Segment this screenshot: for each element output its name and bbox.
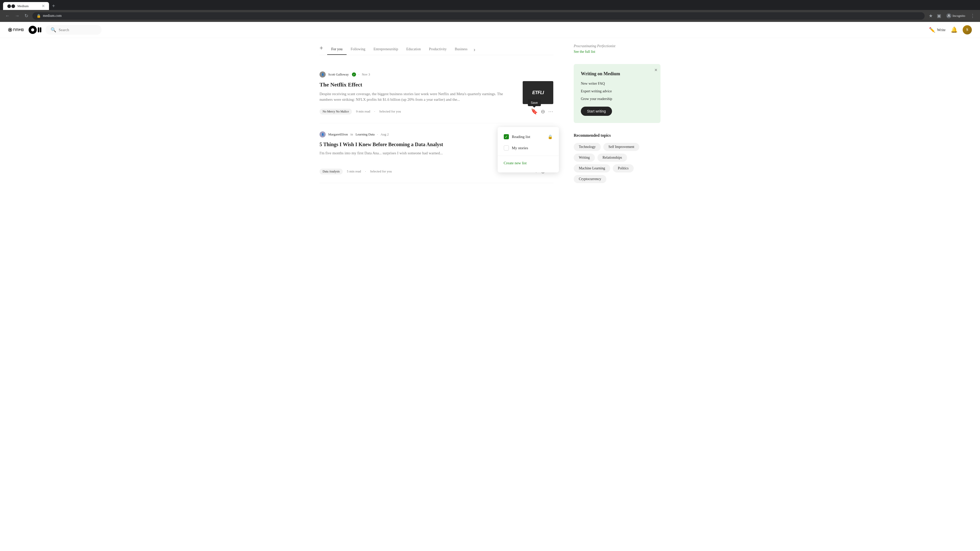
user-avatar[interactable]: S (963, 25, 972, 35)
more-button[interactable]: ⋮ (969, 12, 976, 20)
tab-entrepreneurship[interactable]: Entrepreneurship (369, 44, 402, 55)
dot-separator-1: · (374, 110, 375, 114)
tab-close-button[interactable]: ✕ (41, 3, 45, 8)
reading-list-truncated-title: Procrastinating Perfectionist (574, 44, 660, 48)
author-date-1: · (359, 73, 360, 76)
article-actions-1: 🔖 Save ✓ Reading list 🔒 (531, 108, 553, 115)
svg-point-0 (948, 14, 950, 16)
tab-productivity[interactable]: Productivity (425, 44, 451, 55)
tab-education[interactable]: Education (402, 44, 425, 55)
medium-app: 🔍 Search ✏️ Write 🔔 S + For you Followin… (0, 22, 980, 551)
tab-following[interactable]: Following (347, 44, 369, 55)
split-view-button[interactable]: ▣ (936, 12, 942, 20)
save-tooltip: Save (528, 100, 541, 106)
article-title-1[interactable]: The Netflix Effect (320, 81, 517, 89)
medium-sidebar: Procrastinating Perfectionist See the fu… (574, 44, 660, 193)
medium-logo[interactable] (8, 26, 24, 34)
new-writer-faq-link[interactable]: New writer FAQ (581, 82, 653, 86)
my-stories-label: My stories (512, 146, 553, 150)
medium-logo-simple[interactable] (29, 26, 41, 34)
search-bar[interactable]: 🔍 Search (45, 25, 102, 35)
dropdown-divider (498, 156, 559, 156)
back-button[interactable]: ← (4, 12, 11, 20)
add-topic-button[interactable]: + (320, 44, 327, 55)
author-publication-2[interactable]: Learning Data (355, 132, 375, 137)
incognito-indicator: Incognito (944, 12, 967, 19)
article-footer-1: No Mercy No Malice 9 min read · Selected… (320, 108, 553, 115)
netflix-logo: ETFLI (532, 90, 544, 95)
article-feed: + For you Following Entrepreneurship Edu… (320, 44, 553, 193)
browser-chrome: ⬤⬤ Medium ✕ + (0, 0, 980, 10)
save-wrapper: 🔖 Save ✓ Reading list 🔒 (531, 108, 538, 115)
notifications-button[interactable]: 🔔 (951, 27, 958, 33)
topic-technology[interactable]: Technology (574, 143, 601, 151)
forward-button[interactable]: → (14, 12, 21, 20)
browser-active-tab[interactable]: ⬤⬤ Medium ✕ (3, 2, 49, 10)
article-tag-2[interactable]: Data Analysis (320, 168, 343, 175)
topic-politics[interactable]: Politics (613, 164, 634, 172)
url-text: medium.com (43, 14, 62, 18)
hide-button-1[interactable]: ⊖ (541, 108, 545, 114)
my-stories-checkbox (504, 145, 509, 151)
read-time-1: 9 min read (356, 110, 370, 114)
topic-relationships[interactable]: Relationships (597, 154, 627, 162)
topic-self-improvement[interactable]: Self Improvement (603, 143, 639, 151)
write-button[interactable]: ✏️ Write (929, 27, 945, 33)
close-writing-card-button[interactable]: × (654, 67, 657, 73)
article-content-1: The Netflix Effect Despite receiving sca… (320, 81, 553, 104)
svg-rect-15 (23, 29, 24, 31)
topic-cryptocurrency[interactable]: Cryptocurrency (574, 175, 606, 183)
author-name-2[interactable]: MargaretEfron (328, 132, 348, 137)
reading-list-option[interactable]: ✓ Reading list 🔒 (498, 131, 559, 142)
bookmark-button[interactable]: ★ (928, 12, 934, 20)
recommended-topics-title: Recommended topics (574, 133, 660, 138)
author-avatar-2: 👤 (320, 131, 326, 138)
svg-rect-14 (22, 30, 23, 31)
writing-card-title: Writing on Medium (581, 71, 653, 76)
my-stories-option[interactable]: My stories (498, 142, 559, 154)
article-text-2: 5 Things I Wish I Knew Before Becoming a… (320, 141, 517, 156)
search-label: Search (59, 28, 69, 32)
article-tag-1[interactable]: No Mercy No Malice (320, 109, 352, 114)
url-bar[interactable]: 🔒 medium.com (32, 12, 924, 20)
topic-machine-learning[interactable]: Machine Learning (574, 164, 610, 172)
search-icon: 🔍 (51, 27, 56, 33)
author-in-2: in (350, 132, 353, 137)
new-tab-button[interactable]: + (50, 2, 57, 10)
article-title-2[interactable]: 5 Things I Wish I Knew Before Becoming a… (320, 141, 517, 148)
see-full-list-link[interactable]: See the full list (574, 49, 660, 54)
reading-list-section: Procrastinating Perfectionist See the fu… (574, 44, 660, 54)
header-right-actions: ✏️ Write 🔔 S (929, 25, 972, 35)
create-new-list-button[interactable]: Create new list (498, 158, 559, 168)
secure-icon: 🔒 (37, 14, 41, 18)
tab-label: Medium (18, 4, 29, 8)
more-options-button-1[interactable]: ⋯ (548, 108, 553, 114)
save-dropdown: ✓ Reading list 🔒 My stories (498, 127, 559, 172)
article-excerpt-2: I'm five months into my first Data Ana..… (320, 150, 517, 156)
lock-icon: 🔒 (548, 135, 553, 139)
verified-badge-1: ✓ (352, 73, 356, 76)
author-name-1[interactable]: Scott Galloway (328, 73, 349, 76)
write-label: Write (937, 28, 945, 32)
feed-tabs: + For you Following Entrepreneurship Edu… (320, 44, 553, 55)
browser-address-bar: ← → ↻ 🔒 medium.com ★ ▣ Incognito ⋮ (0, 10, 980, 22)
topic-writing[interactable]: Writing (574, 154, 595, 162)
reload-button[interactable]: ↻ (24, 12, 29, 20)
tab-for-you[interactable]: For you (327, 44, 347, 55)
article-excerpt-1: Despite receiving scant coverage, the bi… (320, 91, 517, 103)
start-writing-button[interactable]: Start writing (581, 106, 612, 116)
selected-label-2: Selected for you (370, 169, 392, 173)
grow-readership-link[interactable]: Grow your readership (581, 97, 653, 101)
topics-grid: Technology Self Improvement Writing Rela… (574, 143, 660, 183)
recommended-topics-section: Recommended topics Technology Self Impro… (574, 133, 660, 183)
svg-rect-5 (13, 29, 15, 29)
tab-favicon: ⬤⬤ (7, 4, 15, 8)
more-topics-button[interactable]: › (472, 47, 477, 52)
svg-point-3 (9, 29, 11, 31)
svg-rect-12 (22, 29, 23, 29)
reading-list-label: Reading list (512, 135, 545, 139)
medium-header: 🔍 Search ✏️ Write 🔔 S (0, 22, 980, 38)
browser-action-buttons: ★ ▣ Incognito ⋮ (928, 12, 976, 20)
tab-business[interactable]: Business (451, 44, 472, 55)
expert-writing-advice-link[interactable]: Expert writing advice (581, 89, 653, 94)
